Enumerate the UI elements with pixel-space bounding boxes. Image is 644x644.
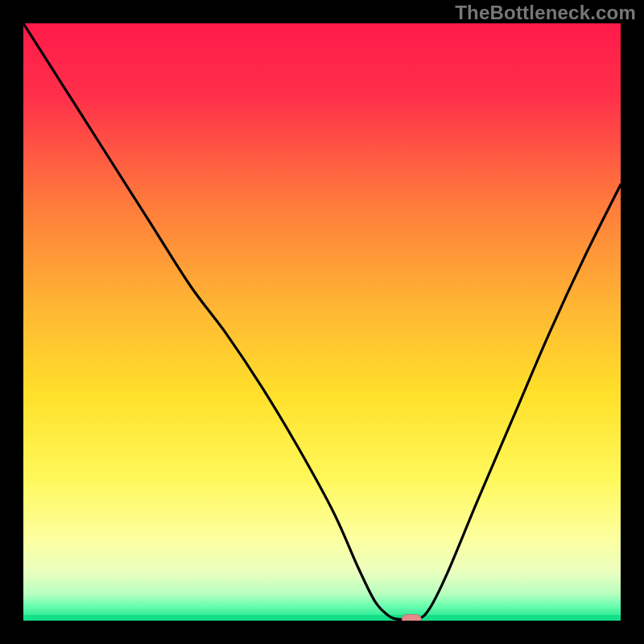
gradient-background bbox=[23, 23, 621, 621]
bottleneck-chart bbox=[23, 23, 621, 621]
plot-area bbox=[23, 23, 621, 621]
baseline-strip bbox=[23, 615, 621, 621]
chart-frame: TheBottleneck.com bbox=[0, 0, 644, 644]
watermark-text: TheBottleneck.com bbox=[455, 2, 636, 24]
optimal-point-marker bbox=[402, 615, 421, 621]
